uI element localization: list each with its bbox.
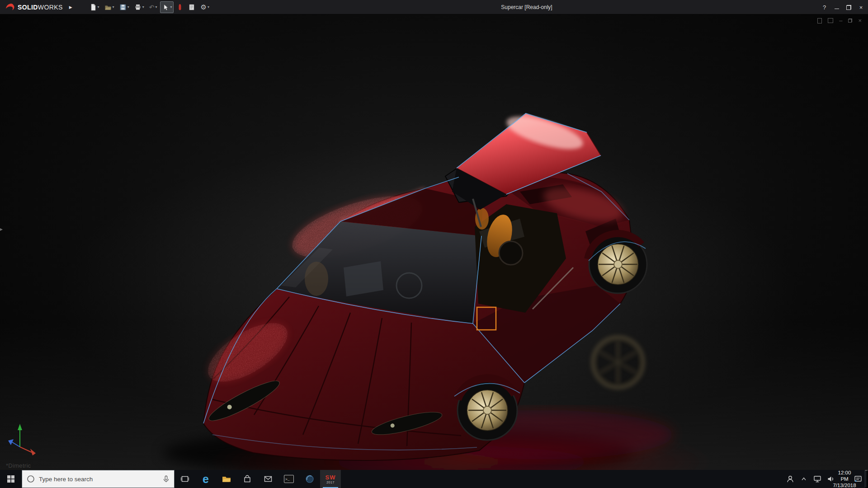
undo-button[interactable]: ↶ ▾ [147,1,159,13]
mail-envelope-icon [264,474,273,483]
people-icon [786,474,795,483]
hidden-icons-button[interactable] [797,470,811,488]
network-icon [813,474,822,483]
print-button[interactable]: ▾ [132,1,146,13]
minimize-icon [835,9,839,9]
doc-close-button[interactable]: × [858,17,862,24]
task-view-button[interactable] [175,470,195,488]
dropdown-chevron-icon[interactable]: ▾ [142,5,144,9]
search-input[interactable] [39,476,158,483]
solidworks-window: SOLIDWORKS ▶ ▾ ▾ [0,0,868,488]
clock-time: 12:00 PM [838,469,851,482]
viewport-3d-scene[interactable] [0,14,868,470]
mail-button[interactable] [258,470,278,488]
action-center-icon [854,474,863,483]
solidworks-2017-icon: SW 2017 [326,474,336,484]
document-icon[interactable] [828,18,833,23]
dropdown-chevron-icon[interactable]: ▾ [113,5,114,9]
menu-expand-arrow[interactable]: ▶ [67,4,74,10]
cortana-icon [26,474,35,483]
graphics-viewport[interactable]: – × ▸ *Dimetric [0,14,868,470]
edge-icon: e [203,474,209,485]
document-title: Supercar [Read-only] [470,4,583,10]
help-button[interactable]: ? [818,0,830,14]
document-icon[interactable] [817,18,822,23]
edge-button[interactable]: e [195,470,216,488]
window-controls: ? × [818,0,867,14]
windows-taskbar: e >_ [0,470,868,488]
main-toolbar: ▾ ▾ ▾ [88,1,211,13]
windows-logo-icon [6,474,15,483]
select-cursor-icon [162,4,169,11]
people-button[interactable] [783,470,797,488]
dropdown-chevron-icon[interactable]: ▾ [208,5,209,9]
solidworks-2017-button[interactable]: SW 2017 [320,470,341,488]
solidworks-logo: SOLIDWORKS [0,3,63,12]
action-center-button[interactable] [851,470,865,488]
taskbar-search[interactable] [22,470,175,488]
task-view-icon [180,474,189,483]
open-folder-icon [104,4,112,11]
options-button[interactable]: ⚙ ▾ [198,1,211,13]
start-button[interactable] [0,470,22,488]
appearance-flask-icon [177,4,183,11]
open-button[interactable]: ▾ [103,1,116,13]
undo-icon: ↶ [149,4,155,10]
store-button[interactable] [237,470,258,488]
dropdown-chevron-icon[interactable]: ▾ [170,5,172,9]
folder-icon [222,474,231,483]
select-tool-button[interactable]: ▾ [160,1,174,13]
app-button[interactable] [299,470,320,488]
minimize-button[interactable] [830,0,843,14]
close-button[interactable]: × [855,0,867,14]
titlebar: SOLIDWORKS ▶ ▾ ▾ [0,0,868,14]
restore-icon [848,19,852,23]
microphone-icon[interactable] [162,474,170,483]
document-properties-icon [188,4,195,11]
wheel-reflection [593,337,643,388]
gear-icon: ⚙ [200,4,206,10]
featuremanager-flyout-arrow[interactable]: ▸ [0,226,3,232]
taskbar-clock[interactable]: 12:00 PM 7/13/2018 [838,470,851,488]
restore-button[interactable] [843,0,855,14]
file-explorer-button[interactable] [216,470,237,488]
new-document-icon [90,4,97,11]
command-prompt-icon: >_ [284,475,294,483]
dropdown-chevron-icon[interactable]: ▾ [127,5,129,9]
view-orientation-label: *Dimetric [6,462,31,469]
save-button[interactable]: ▾ [118,1,131,13]
system-tray: 12:00 PM 7/13/2018 [783,470,868,488]
restore-icon [846,5,851,10]
chevron-up-icon [800,475,807,483]
network-button[interactable] [811,470,824,488]
command-prompt-button[interactable]: >_ [278,470,299,488]
dropdown-chevron-icon[interactable]: ▾ [98,5,99,9]
printer-icon [134,4,142,11]
brand-name: SOLIDWORKS [18,4,63,11]
appearances-button[interactable] [175,1,185,13]
front-wheel [458,378,517,440]
new-document-button[interactable]: ▾ [88,1,101,13]
dassault-systemes-logo-icon [5,3,15,12]
show-desktop-button[interactable] [865,470,868,488]
dropdown-chevron-icon[interactable]: ▾ [155,5,157,9]
file-properties-button[interactable] [186,1,197,13]
app-icon [305,474,314,483]
save-floppy-icon [119,4,127,11]
document-window-controls: – × [817,17,862,24]
store-bag-icon [243,474,252,483]
doc-restore-button[interactable] [848,19,852,23]
doc-minimize-button[interactable]: – [839,17,842,24]
